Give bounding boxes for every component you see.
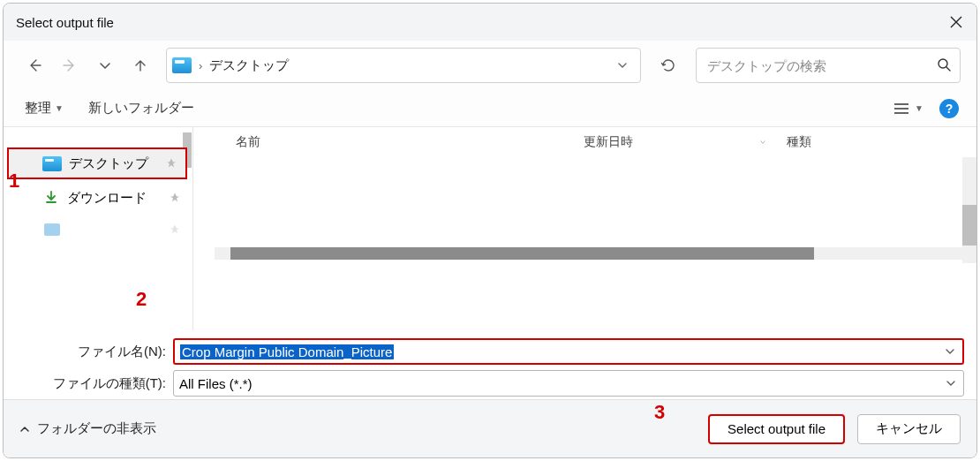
column-type[interactable]: 種類: [776, 134, 882, 150]
horizontal-scrollbar-thumb[interactable]: [230, 247, 814, 260]
search-icon: [937, 57, 951, 74]
filetype-value: All Files (*.*): [179, 376, 942, 391]
column-date[interactable]: 更新日時: [573, 134, 750, 150]
view-menu[interactable]: ▼: [893, 102, 923, 115]
filename-dropdown[interactable]: [941, 347, 959, 356]
sidebar-item-label: ダウンロード: [67, 190, 147, 207]
sidebar: デスクトップ ダウンロード: [4, 127, 193, 330]
toolbar-left: 整理 ▼ 新しいフォルダー: [25, 100, 194, 117]
close-button[interactable]: [936, 4, 976, 41]
chevron-down-icon: [946, 347, 954, 356]
refresh-button[interactable]: [652, 49, 685, 82]
download-icon: [44, 190, 58, 207]
refresh-icon: [660, 57, 676, 73]
cancel-button[interactable]: キャンセル: [857, 414, 961, 444]
column-name[interactable]: 名前: [193, 134, 573, 150]
sidebar-item-downloads[interactable]: ダウンロード: [7, 182, 189, 214]
primary-action-label: Select output file: [727, 421, 825, 436]
address-location: デスクトップ: [209, 57, 603, 74]
chevron-up-icon: [19, 424, 30, 435]
arrow-left-icon: [27, 58, 41, 72]
chevron-down-icon: [760, 138, 765, 147]
organize-menu[interactable]: 整理 ▼: [25, 100, 64, 117]
arrow-up-icon: [133, 58, 147, 72]
address-bar[interactable]: › デスクトップ: [166, 48, 641, 83]
caret-down-icon: ▼: [55, 103, 64, 113]
horizontal-scrollbar-track[interactable]: [215, 247, 962, 260]
sort-indicator[interactable]: [750, 138, 776, 147]
hide-folders-toggle[interactable]: フォルダーの非表示: [19, 420, 156, 437]
new-folder-button[interactable]: 新しいフォルダー: [88, 100, 194, 117]
cancel-label: キャンセル: [876, 420, 942, 437]
address-dropdown[interactable]: [610, 53, 635, 78]
filename-value: Crop Margin Public Domain_Picture: [180, 344, 941, 359]
nav-up-button[interactable]: [125, 50, 155, 80]
chevron-down-icon: [617, 60, 628, 71]
sidebar-item-generic[interactable]: [7, 214, 189, 246]
desktop-icon: [172, 57, 192, 73]
nav-forward-button[interactable]: [55, 50, 85, 80]
filename-input[interactable]: Crop Margin Public Domain_Picture: [173, 338, 964, 365]
help-icon: ?: [946, 102, 954, 116]
sidebar-item-desktop[interactable]: デスクトップ: [7, 147, 187, 179]
vertical-scrollbar-thumb[interactable]: [962, 205, 976, 246]
footer-buttons: Select output file キャンセル: [708, 414, 961, 444]
filetype-dropdown[interactable]: [942, 379, 960, 388]
field-rows: ファイル名(N): Crop Margin Public Domain_Pict…: [4, 330, 976, 399]
file-list-area: 名前 更新日時 種類: [193, 127, 976, 330]
dialog-title: Select output file: [16, 15, 114, 30]
desktop-icon: [42, 156, 62, 171]
search-box[interactable]: [696, 48, 961, 83]
title-bar: Select output file: [4, 4, 976, 41]
pin-icon: [170, 223, 180, 238]
dialog-footer: フォルダーの非表示 Select output file キャンセル: [4, 399, 976, 457]
new-folder-label: 新しいフォルダー: [88, 100, 194, 117]
filename-row: ファイル名(N): Crop Margin Public Domain_Pict…: [16, 336, 964, 367]
arrow-right-icon: [63, 58, 77, 72]
list-view-icon: [893, 102, 909, 115]
column-headers: 名前 更新日時 種類: [193, 127, 976, 157]
folder-icon: [44, 223, 60, 236]
toolbar-right: ▼ ?: [893, 99, 959, 118]
filetype-row: ファイルの種類(T): All Files (*.*): [16, 367, 964, 399]
file-list[interactable]: [193, 157, 976, 260]
organize-label: 整理: [25, 100, 51, 117]
nav-back-button[interactable]: [19, 50, 49, 80]
search-input[interactable]: [705, 57, 930, 74]
dialog-body: デスクトップ ダウンロード: [4, 127, 976, 330]
help-button[interactable]: ?: [939, 99, 959, 118]
pin-icon: [170, 191, 180, 206]
primary-action-button[interactable]: Select output file: [708, 414, 845, 444]
breadcrumb-separator-icon: ›: [199, 59, 202, 72]
chevron-down-icon: [946, 379, 955, 388]
close-icon: [950, 16, 962, 28]
hide-folders-label: フォルダーの非表示: [37, 420, 156, 437]
nav-row: › デスクトップ: [4, 41, 976, 90]
filename-label: ファイル名(N):: [16, 344, 166, 360]
svg-point-0: [939, 59, 947, 68]
sidebar-item-label: デスクトップ: [69, 155, 148, 172]
caret-down-icon: ▼: [915, 103, 923, 113]
nav-recent-button[interactable]: [90, 50, 120, 80]
toolbar: 整理 ▼ 新しいフォルダー ▼ ?: [4, 90, 976, 127]
chevron-down-icon: [98, 58, 112, 72]
filetype-select[interactable]: All Files (*.*): [173, 370, 964, 397]
pin-icon: [166, 156, 177, 171]
filetype-label: ファイルの種類(T):: [16, 375, 166, 392]
save-dialog: Select output file › デスクトップ: [3, 3, 977, 458]
